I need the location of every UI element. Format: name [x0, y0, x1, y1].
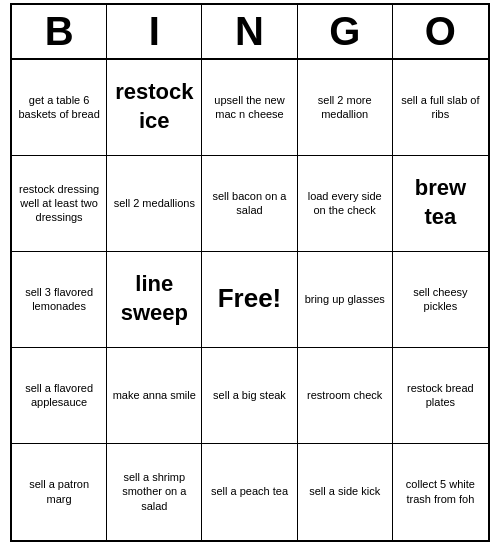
- bingo-header: BINGO: [12, 5, 488, 60]
- bingo-cell: sell a flavored applesauce: [12, 348, 107, 444]
- bingo-cell: sell a peach tea: [202, 444, 297, 540]
- bingo-cell: sell 2 medallions: [107, 156, 202, 252]
- bingo-cell: sell 2 more medallion: [298, 60, 393, 156]
- header-letter: I: [107, 5, 202, 58]
- header-letter: N: [202, 5, 297, 58]
- bingo-card: BINGO get a table 6 baskets of breadrest…: [10, 3, 490, 542]
- bingo-cell: sell a patron marg: [12, 444, 107, 540]
- header-letter: O: [393, 5, 488, 58]
- bingo-cell: bring up glasses: [298, 252, 393, 348]
- bingo-cell: sell a side kick: [298, 444, 393, 540]
- bingo-cell: restroom check: [298, 348, 393, 444]
- header-letter: G: [298, 5, 393, 58]
- bingo-grid: get a table 6 baskets of breadrestock ic…: [12, 60, 488, 540]
- header-letter: B: [12, 5, 107, 58]
- bingo-cell: restock ice: [107, 60, 202, 156]
- bingo-cell: sell a big steak: [202, 348, 297, 444]
- bingo-cell: restock dressing well at least two dress…: [12, 156, 107, 252]
- bingo-cell: upsell the new mac n cheese: [202, 60, 297, 156]
- bingo-cell: restock bread plates: [393, 348, 488, 444]
- bingo-cell: sell cheesy pickles: [393, 252, 488, 348]
- bingo-cell: sell a shrimp smother on a salad: [107, 444, 202, 540]
- bingo-cell: sell bacon on a salad: [202, 156, 297, 252]
- bingo-cell: Free!: [202, 252, 297, 348]
- bingo-cell: brew tea: [393, 156, 488, 252]
- bingo-cell: sell 3 flavored lemonades: [12, 252, 107, 348]
- bingo-cell: line sweep: [107, 252, 202, 348]
- bingo-cell: collect 5 white trash from foh: [393, 444, 488, 540]
- bingo-cell: make anna smile: [107, 348, 202, 444]
- bingo-cell: get a table 6 baskets of bread: [12, 60, 107, 156]
- bingo-cell: sell a full slab of ribs: [393, 60, 488, 156]
- bingo-cell: load every side on the check: [298, 156, 393, 252]
